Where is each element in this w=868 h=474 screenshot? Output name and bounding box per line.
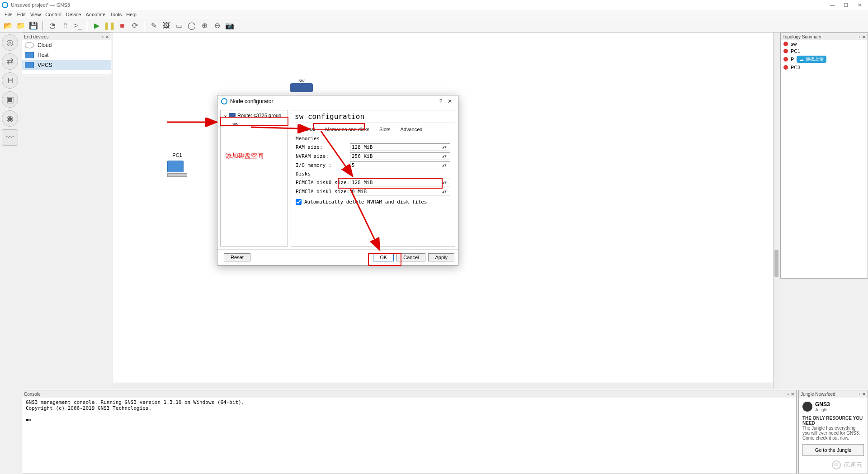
clock-icon[interactable]: ◔ — [47, 20, 58, 31]
auto-delete-label: Automatically delete NVRAM and disk file… — [304, 199, 427, 205]
menu-file[interactable]: File — [5, 12, 13, 17]
toolbar: 📂 📁 💾 ◔ ⇪ >_ ▶ ❚❚ ■ ⟳ ✎ 🖼 ▭ ◯ ⊕ ⊖ 📷 — [0, 19, 868, 33]
menu-help[interactable]: Help — [126, 12, 137, 17]
close-panel-icon[interactable]: ✕ — [791, 392, 794, 397]
undock-icon[interactable]: ▫ — [859, 392, 860, 397]
dialog-close-button[interactable]: ✕ — [445, 98, 454, 104]
watermark: 亿速云 — [832, 460, 863, 469]
ok-button[interactable]: OK — [373, 253, 394, 261]
canvas-scrollbar-h[interactable] — [113, 383, 773, 389]
pcmcia-disk0-input[interactable]: 128 MiB▲▼ — [350, 179, 450, 186]
nvram-size-input[interactable]: 256 KiB▲▼ — [350, 152, 450, 160]
screenshot-icon[interactable]: 📷 — [224, 20, 235, 31]
apply-button[interactable]: Apply — [428, 253, 454, 261]
pcmcia-disk1-input[interactable]: 0 MiB▲▼ — [350, 188, 450, 195]
topology-panel: Topology Summary ▫✕ sw PC1 P☁拖拽上传 PC3 — [780, 33, 868, 279]
gns3-logo-icon — [802, 402, 812, 412]
ram-size-input[interactable]: 128 MiB▲▼ — [350, 143, 450, 151]
upload-tag[interactable]: ☁拖拽上传 — [797, 56, 826, 63]
device-item-cloud[interactable]: Cloud — [22, 40, 111, 50]
spinner-icon[interactable]: ▲▼ — [442, 182, 448, 184]
collapse-icon[interactable]: ⌄ — [223, 112, 227, 118]
menu-view[interactable]: View — [30, 12, 41, 17]
image-icon[interactable]: 🖼 — [161, 20, 172, 31]
cancel-button[interactable]: Cancel — [396, 253, 425, 261]
dialog-tree[interactable]: ⌄ Router c3725 group sw — [220, 110, 288, 246]
spinner-icon[interactable]: ▲▼ — [442, 147, 448, 148]
reload-icon[interactable]: ⟳ — [129, 20, 140, 31]
device-dock: ◎ ⇄ 🖥 ▣ ◉ 〰 — [0, 33, 20, 147]
close-panel-icon[interactable]: ✕ — [862, 34, 866, 39]
group-disks-label: Disks — [296, 171, 450, 177]
canvas-scrollbar-v[interactable] — [773, 33, 779, 389]
spinner-icon[interactable]: ▲▼ — [442, 191, 448, 193]
note-icon[interactable]: ✎ — [148, 20, 159, 31]
reset-button[interactable]: Reset — [224, 253, 250, 261]
alldev-category-icon[interactable]: ◉ — [2, 110, 18, 127]
close-button[interactable]: ✕ — [853, 2, 866, 8]
maximize-button[interactable]: ☐ — [839, 2, 853, 8]
spinner-icon[interactable]: ▲▼ — [442, 165, 448, 166]
dialog-help-button[interactable]: ? — [436, 98, 445, 104]
close-panel-icon[interactable]: ✕ — [862, 392, 866, 397]
menubar: File Edit View Control Device Annotate T… — [0, 10, 868, 19]
minimize-button[interactable]: — — [826, 2, 839, 8]
console-icon[interactable]: >_ — [72, 20, 83, 31]
topology-item[interactable]: PC1 — [781, 47, 868, 55]
spinner-icon[interactable]: ▲▼ — [442, 156, 448, 157]
play-icon[interactable]: ▶ — [91, 20, 102, 31]
menu-control[interactable]: Control — [45, 12, 61, 17]
node-configurator-dialog: Node configurator ? ✕ ⌄ Router c3725 gro… — [217, 95, 458, 265]
group-memories-label: Memories — [296, 136, 450, 142]
device-item-vpcs[interactable]: VPCS — [22, 60, 111, 70]
ellipse-icon[interactable]: ◯ — [186, 20, 197, 31]
open-folder-icon[interactable]: 📁 — [15, 20, 26, 31]
console-title: Console — [24, 392, 41, 397]
security-category-icon[interactable]: ▣ — [2, 91, 18, 108]
undock-icon[interactable]: ▫ — [102, 34, 104, 39]
menu-tools[interactable]: Tools — [110, 12, 122, 17]
tab-slots[interactable]: Slots — [377, 126, 393, 133]
io-memory-input[interactable]: 5▲▼ — [350, 161, 450, 169]
link-tool-icon[interactable]: 〰 — [2, 129, 18, 146]
router-group-icon — [229, 113, 236, 118]
auto-delete-checkbox[interactable] — [296, 199, 302, 205]
router-category-icon[interactable]: ◎ — [2, 34, 18, 51]
stop-icon[interactable]: ■ — [117, 20, 127, 31]
menu-device[interactable]: Device — [66, 12, 81, 17]
pause-icon[interactable]: ❚❚ — [104, 20, 115, 31]
dialog-title: Node configurator — [230, 98, 273, 104]
tab-advanced[interactable]: Advanced — [397, 126, 425, 133]
switch-category-icon[interactable]: ⇄ — [2, 53, 18, 70]
topology-item[interactable]: P☁拖拽上传 — [781, 55, 868, 64]
enddev-category-icon[interactable]: 🖥 — [2, 72, 18, 89]
undock-icon[interactable]: ▫ — [787, 392, 789, 397]
undock-icon[interactable]: ▫ — [859, 34, 860, 39]
export-icon[interactable]: ⇪ — [60, 20, 71, 31]
menu-edit[interactable]: Edit — [17, 12, 26, 17]
topology-item[interactable]: PC3 — [781, 64, 868, 71]
tab-memories-disks[interactable]: Memories and disks — [322, 126, 372, 133]
tree-root[interactable]: ⌄ Router c3725 group — [221, 110, 288, 120]
topology-item[interactable]: sw — [781, 40, 868, 47]
annotation-text: 添加磁盘空间 — [226, 152, 264, 160]
tab-general[interactable]: General — [295, 126, 318, 133]
close-panel-icon[interactable]: ✕ — [105, 34, 109, 39]
zoom-out-icon[interactable]: ⊖ — [212, 20, 222, 31]
switch-icon — [290, 83, 313, 92]
node-pc1[interactable]: PC1 — [167, 152, 187, 177]
rect-icon[interactable]: ▭ — [174, 20, 184, 31]
node-sw[interactable]: sw — [290, 78, 313, 92]
device-item-host[interactable]: Host — [22, 50, 111, 60]
console-output[interactable]: GNS3 management console. Running GNS3 ve… — [22, 398, 796, 425]
vpcs-icon — [25, 62, 34, 68]
watermark-icon — [832, 460, 841, 469]
open-project-icon[interactable]: 📂 — [3, 20, 14, 31]
jungle-body: The Jungle has everything you will ever … — [802, 426, 864, 441]
zoom-in-icon[interactable]: ⊕ — [199, 20, 210, 31]
menu-annotate[interactable]: Annotate — [85, 12, 105, 17]
tree-child-sw[interactable]: sw — [222, 120, 287, 128]
titlebar: Unsaved project* — GNS3 — ☐ ✕ — [0, 0, 868, 10]
go-to-jungle-button[interactable]: Go to the Jungle — [802, 444, 864, 456]
save-icon[interactable]: 💾 — [28, 20, 39, 31]
